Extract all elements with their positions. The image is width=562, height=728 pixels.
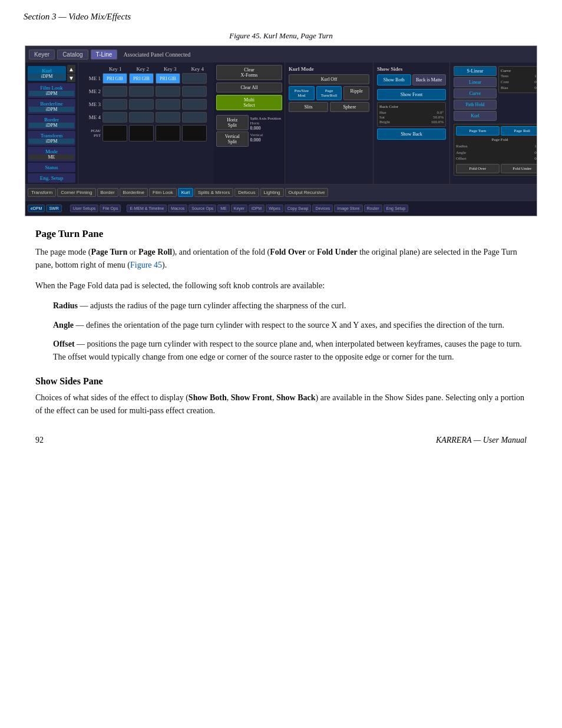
file-ops-btn[interactable]: File Ops	[100, 205, 121, 212]
me3-key3-cell[interactable]	[156, 99, 180, 110]
devices-btn[interactable]: Devices	[312, 205, 333, 212]
show-both-term: Show Both	[189, 393, 227, 402]
me2-key2-cell[interactable]	[129, 86, 154, 97]
defocus-btn[interactable]: Defocus	[234, 188, 259, 197]
sidebar-item-borderline[interactable]: Borderline iDPM	[28, 99, 75, 114]
me4-key1-cell[interactable]	[103, 112, 127, 123]
sphere-btn[interactable]: Sphere	[330, 102, 369, 112]
horiz-split-btn[interactable]: HorizSplit	[216, 115, 249, 130]
middle-controls: ClearX-Forms Clear All MultiSelect Horiz…	[214, 62, 285, 184]
show-both-btn[interactable]: Show Both	[377, 74, 411, 85]
bright-val: 100.0%	[431, 120, 444, 124]
kurl-path-btn[interactable]: Kurl	[454, 111, 497, 121]
curve-bias-row: Bias0.000	[501, 85, 537, 91]
angle-term: Angle	[53, 321, 74, 330]
source-ops-btn[interactable]: Source Ops	[189, 205, 216, 212]
pgmpst-key4-cell[interactable]	[182, 125, 207, 141]
kurl-off-btn[interactable]: Kurl Off	[289, 74, 369, 84]
slits-btn[interactable]: Slits	[289, 102, 328, 112]
page-turn-btn[interactable]: Page Turn	[456, 126, 500, 136]
show-front-btn[interactable]: Show Front	[377, 89, 446, 100]
back-is-matte-btn[interactable]: Back is Matte	[412, 74, 447, 85]
keyer-status-btn[interactable]: Keyer	[231, 205, 247, 212]
page-turn-btns: Page Turn Page Roll	[456, 126, 537, 136]
page-turn-roll-btn[interactable]: Page Turn/Roll	[316, 86, 342, 100]
curve-btn[interactable]: Curve	[454, 88, 497, 98]
key1-header: Key 1	[103, 66, 128, 72]
kurl-btn[interactable]: Kurl	[178, 188, 193, 197]
sidebar-scroll-up[interactable]: ▲	[67, 65, 75, 73]
me1-key2-cell[interactable]: PRI GlB	[129, 73, 154, 84]
sidebar-item-transform[interactable]: Transform iDPM	[28, 131, 75, 146]
me1-key3-cell[interactable]: PRI GlB	[156, 73, 180, 84]
me3-key1-cell[interactable]	[103, 99, 127, 110]
film-look-btn[interactable]: Film Look	[149, 188, 177, 197]
fold-over-btn[interactable]: Fold Over	[456, 164, 500, 173]
sidebar-item-engsetup[interactable]: Eng. Setup	[28, 173, 75, 183]
me-status-btn[interactable]: ME	[217, 205, 230, 212]
router-btn[interactable]: Router	[364, 205, 382, 212]
sidebar-item-filmlook[interactable]: Film Look iDPM	[28, 83, 75, 98]
swr-btn[interactable]: SWR	[46, 205, 61, 212]
clear-xforms-btn[interactable]: ClearX-Forms	[216, 65, 282, 80]
me3-key2-cell[interactable]	[129, 99, 154, 110]
me4-key3-cell[interactable]	[156, 112, 180, 123]
me4-key4-cell[interactable]	[182, 112, 207, 123]
sidebar-scroll-down[interactable]: ▼	[67, 74, 75, 82]
me2-key4-cell[interactable]	[182, 86, 207, 97]
edpm-btn[interactable]: eDPM	[28, 205, 45, 212]
vertical-split-btn[interactable]: VerticalSplit	[216, 131, 249, 147]
idpm-status-btn[interactable]: iDPM	[249, 205, 265, 212]
kurl-mode-title: Kurl Mode	[289, 66, 369, 72]
pf-radius-row: Radius1.000	[456, 143, 537, 150]
tline-tab-btn[interactable]: T-Line	[91, 50, 118, 60]
wipes-status-btn[interactable]: Wipes	[266, 205, 283, 212]
me4-key2-cell[interactable]	[129, 112, 154, 123]
curve-tens-row: Tens1.000	[501, 74, 537, 80]
multi-select-btn[interactable]: MultiSelect	[216, 95, 282, 110]
me1-key4-cell[interactable]	[182, 73, 207, 84]
copy-swap-btn[interactable]: Copy Swap	[285, 205, 312, 212]
sidebar-item-border[interactable]: Border iDPM	[28, 115, 75, 130]
border-btn[interactable]: Border	[97, 188, 118, 197]
path-hold-btn[interactable]: Path Hold	[454, 100, 497, 110]
pf-angle-row: Angle0.100	[456, 150, 537, 156]
image-store-btn[interactable]: Image Store	[334, 205, 362, 212]
transform-btn[interactable]: Transform	[28, 188, 56, 197]
sidebar-item-mode[interactable]: Mode ME	[28, 147, 75, 162]
linear-btn[interactable]: Linear	[454, 77, 497, 87]
page-roll-btn[interactable]: Page Roll	[501, 126, 537, 136]
me3-key4-cell[interactable]	[182, 99, 207, 110]
fold-under-btn[interactable]: Fold Under	[501, 164, 537, 173]
emem-timeline-btn[interactable]: E-MEM & Timeline	[127, 205, 167, 212]
pgmpst-key3-cell[interactable]	[156, 125, 180, 141]
me2-key3-cell[interactable]	[156, 86, 180, 97]
pgmpst-key1-cell[interactable]	[103, 125, 127, 141]
ui-screenshot: Keyer Catalog T-Line Associated Panel Co…	[25, 45, 537, 216]
clear-all-btn[interactable]: Clear All	[216, 83, 282, 93]
user-setups-btn[interactable]: User Setups	[70, 205, 99, 212]
s-linear-btn[interactable]: S-Linear	[454, 66, 497, 76]
catalog-tab-btn[interactable]: Catalog	[57, 50, 88, 60]
lighting-btn[interactable]: Lighting	[260, 188, 284, 197]
curve-cont-row: Cont0.000	[501, 80, 537, 85]
corner-pinning-btn[interactable]: Corner Pinning	[57, 188, 95, 197]
output-recursive-btn[interactable]: Output Recursive	[285, 188, 329, 197]
sat-label: Sat	[379, 115, 385, 120]
split-axis-label: Split Axis Position	[250, 116, 283, 121]
splits-mirrors-btn[interactable]: Splits & Mirrors	[194, 188, 233, 197]
keyer-tab-btn[interactable]: Keyer	[29, 50, 55, 60]
borderline-btn[interactable]: Borderline	[120, 188, 148, 197]
pos-size-mod-btn[interactable]: Pos/Size Mod	[289, 86, 315, 100]
me1-key1-cell[interactable]: PRI GlB	[103, 73, 127, 84]
figure45-ref[interactable]: Figure 45	[130, 261, 162, 269]
pgmpst-key2-cell[interactable]	[129, 125, 154, 141]
sidebar-item-kurl[interactable]: Kurl iDPM	[28, 66, 66, 81]
show-back-btn[interactable]: Show Back	[377, 129, 446, 140]
sidebar-item-status[interactable]: Status	[28, 163, 75, 172]
ui-main-area: Kurl iDPM ▲ ▼ Film Look iDPM Borderline …	[25, 62, 537, 184]
macros-btn[interactable]: Macros	[168, 205, 187, 212]
ripple-btn[interactable]: Ripple	[343, 86, 369, 100]
me2-key1-cell[interactable]	[103, 86, 127, 97]
eng-setup-status-btn[interactable]: Eng Setup	[384, 205, 409, 212]
